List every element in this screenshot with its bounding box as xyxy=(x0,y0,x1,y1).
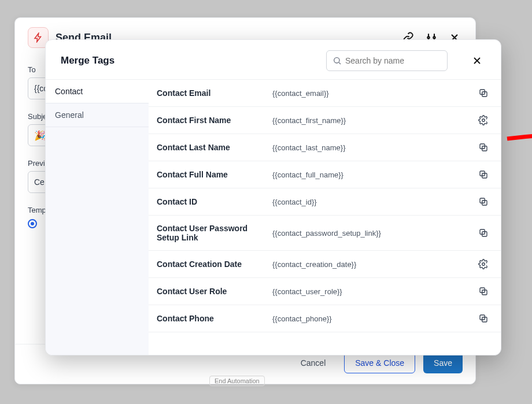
end-automation-chip: End Automation xyxy=(209,376,265,386)
tag-label: Contact Phone xyxy=(157,314,272,323)
search-field[interactable] xyxy=(345,56,446,65)
save-close-button[interactable]: Save & Close xyxy=(344,353,415,373)
tag-label: Contact Last Name xyxy=(157,143,272,152)
copy-icon[interactable] xyxy=(471,142,496,153)
copy-icon[interactable] xyxy=(471,313,496,324)
copy-icon[interactable] xyxy=(471,228,496,238)
tag-label: Contact Creation Date xyxy=(157,260,272,269)
gear-icon[interactable] xyxy=(471,259,496,269)
tag-label: Contact First Name xyxy=(157,116,272,125)
tag-token: {{contact_full_name}} xyxy=(272,171,471,179)
svg-point-0 xyxy=(427,36,429,38)
party-popper-icon: 🎉 xyxy=(34,130,46,141)
copy-icon[interactable] xyxy=(471,286,496,296)
svg-point-5 xyxy=(482,119,485,122)
save-button[interactable]: Save xyxy=(423,353,463,373)
search-input[interactable] xyxy=(326,50,448,71)
tag-label: Contact User Password Setup Link xyxy=(157,224,272,242)
svg-point-1 xyxy=(433,36,435,38)
tag-row: Contact Email{{contact_email}} xyxy=(149,80,501,107)
tag-token: {{contact_first_name}} xyxy=(272,116,471,125)
tag-list: Contact Email{{contact_email}}Contact Fi… xyxy=(149,80,501,355)
tag-row: Contact User Role{{contact_user_role}} xyxy=(149,278,501,305)
tag-row: Contact Phone{{contact_phone}} xyxy=(149,305,501,332)
tag-row: Contact User Password Setup Link{{contac… xyxy=(149,216,501,251)
tag-label: Contact ID xyxy=(157,197,272,206)
tag-token: {{contact_password_setup_link}} xyxy=(272,229,471,238)
copy-icon[interactable] xyxy=(471,169,496,180)
tag-row: Contact Last Name{{contact_last_name}} xyxy=(149,134,501,161)
copy-icon[interactable] xyxy=(471,88,496,98)
tag-token: {{contact_creation_date}} xyxy=(272,260,471,269)
bolt-icon xyxy=(33,32,43,43)
gear-icon[interactable] xyxy=(471,115,496,125)
tag-label: Contact Email xyxy=(157,88,272,98)
svg-point-2 xyxy=(334,58,339,63)
tag-token: {{contact_last_name}} xyxy=(272,143,471,152)
tag-token: {{contact_phone}} xyxy=(272,314,471,323)
tag-row: Contact Creation Date{{contact_creation_… xyxy=(149,251,501,278)
tag-token: {{contact_id}} xyxy=(272,198,471,206)
merge-tags-dialog: Merge Tags ContactGeneral xyxy=(45,39,501,355)
copy-icon[interactable] xyxy=(471,197,496,207)
tag-label: Contact User Role xyxy=(157,287,272,296)
close-icon[interactable] xyxy=(468,52,486,69)
search-icon xyxy=(332,56,342,65)
tag-row: Contact ID{{contact_id}} xyxy=(149,188,501,216)
svg-point-14 xyxy=(482,263,485,266)
tag-row: Contact First Name{{contact_first_name}} xyxy=(149,107,501,134)
sidebar-item-general[interactable]: General xyxy=(46,103,149,127)
tag-token: {{contact_email}} xyxy=(272,89,471,98)
preview-value: Ce xyxy=(34,177,45,187)
merge-title: Merge Tags xyxy=(61,55,114,66)
template-radio[interactable] xyxy=(28,219,37,228)
sidebar-item-contact[interactable]: Contact xyxy=(46,80,149,103)
tag-token: {{contact_user_role}} xyxy=(272,287,471,296)
cancel-button[interactable]: Cancel xyxy=(290,353,337,373)
tag-row: Contact Full Name{{contact_full_name}} xyxy=(149,161,501,188)
tag-label: Contact Full Name xyxy=(157,170,272,179)
